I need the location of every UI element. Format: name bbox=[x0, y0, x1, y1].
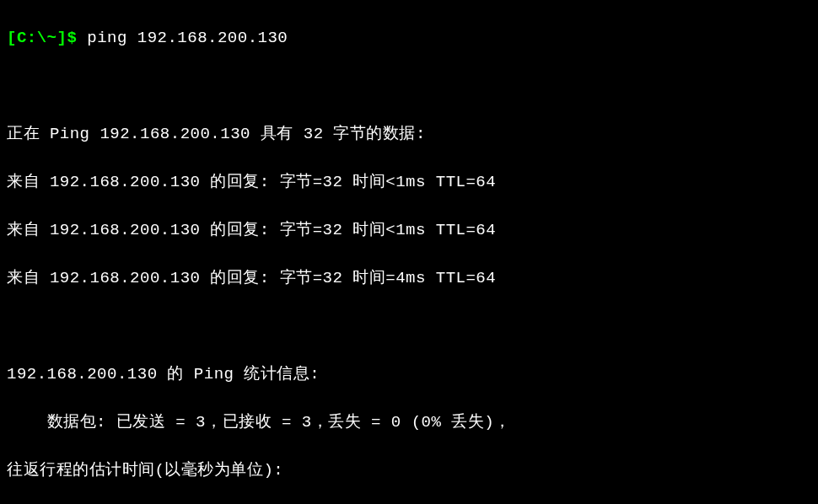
ping-reply-line: 来自 192.168.200.130 的回复: 字节=32 时间<1ms TTL… bbox=[7, 218, 811, 243]
ping-rtt-header: 往返行程的估计时间(以毫秒为单位): bbox=[7, 458, 811, 483]
ping-packets-line: 数据包: 已发送 = 3，已接收 = 3，丢失 = 0 (0% 丢失)， bbox=[7, 410, 811, 435]
ping-header-line: 正在 Ping 192.168.200.130 具有 32 字节的数据: bbox=[7, 122, 811, 147]
command-text bbox=[77, 29, 87, 47]
ping-stats-header: 192.168.200.130 的 Ping 统计信息: bbox=[7, 362, 811, 387]
prompt-open-bracket: [ bbox=[7, 29, 17, 47]
prompt-dollar: $ bbox=[67, 29, 77, 47]
blank-line bbox=[7, 74, 811, 99]
ping-reply-line: 来自 192.168.200.130 的回复: 字节=32 时间=4ms TTL… bbox=[7, 266, 811, 291]
prompt-close-bracket: ] bbox=[57, 29, 67, 47]
prompt-path: C:\~ bbox=[17, 29, 57, 47]
blank-line bbox=[7, 314, 811, 339]
command-line-1: [C:\~]$ ping 192.168.200.130 bbox=[7, 26, 811, 51]
ping-reply-line: 来自 192.168.200.130 的回复: 字节=32 时间<1ms TTL… bbox=[7, 170, 811, 195]
ping-command: ping 192.168.200.130 bbox=[87, 29, 288, 47]
terminal-window[interactable]: [C:\~]$ ping 192.168.200.130 正在 Ping 192… bbox=[0, 0, 818, 504]
